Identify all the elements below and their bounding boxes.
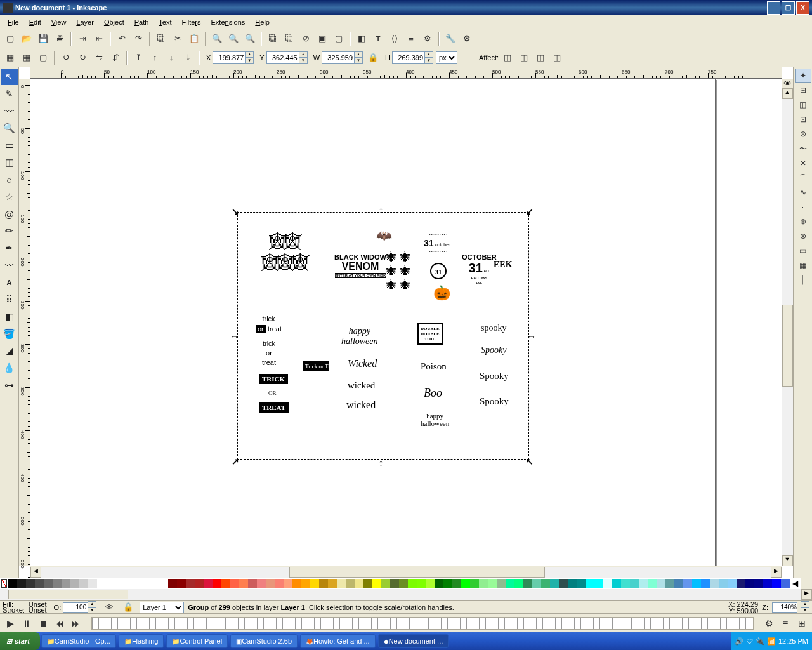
snap-node[interactable]: ✦: [795, 69, 811, 83]
color-swatch[interactable]: [594, 579, 603, 588]
color-swatch[interactable]: [692, 579, 701, 588]
clock[interactable]: 12:25 PM: [778, 637, 808, 645]
opacity-input[interactable]: [63, 602, 88, 613]
task-item[interactable]: 📁 Control Panel: [166, 634, 228, 648]
color-swatch[interactable]: [461, 579, 470, 588]
menu-filters[interactable]: Filters: [177, 17, 206, 27]
color-swatch[interactable]: [479, 579, 488, 588]
color-swatch[interactable]: [168, 579, 177, 588]
node-tool[interactable]: ✎: [1, 86, 18, 102]
cmd-icon[interactable]: ⚙: [761, 616, 776, 631]
lower-icon[interactable]: ↓: [164, 50, 179, 65]
color-swatch[interactable]: [408, 579, 417, 588]
color-swatch[interactable]: [781, 579, 790, 588]
color-swatch[interactable]: [657, 579, 665, 588]
timeline-ruler[interactable]: [91, 617, 754, 630]
color-swatch[interactable]: [204, 579, 213, 588]
bucket-tool[interactable]: 🪣: [1, 326, 18, 342]
color-swatch[interactable]: [17, 579, 26, 588]
snap-smooth[interactable]: ∿: [795, 185, 811, 199]
spray-tool[interactable]: ⠿: [1, 291, 18, 308]
menu-object[interactable]: Object: [99, 17, 129, 27]
color-swatch[interactable]: [710, 579, 719, 588]
close-button[interactable]: X: [796, 1, 809, 15]
raise-icon[interactable]: ↑: [147, 50, 162, 65]
select-layers-icon[interactable]: ▦: [19, 50, 34, 65]
scroll-right-icon[interactable]: ▶: [771, 567, 782, 578]
color-swatch[interactable]: [701, 579, 710, 588]
color-swatch[interactable]: [648, 579, 657, 588]
color-swatch[interactable]: [8, 579, 17, 588]
color-swatch[interactable]: [319, 579, 328, 588]
h-down[interactable]: ▼: [424, 58, 433, 64]
color-swatch[interactable]: [88, 579, 97, 588]
snap-obj-center[interactable]: ⊕: [795, 215, 811, 229]
color-swatch[interactable]: [195, 579, 204, 588]
ellipse-tool[interactable]: ○: [1, 171, 18, 188]
gradient-tool[interactable]: ◢: [1, 343, 18, 359]
cut-icon[interactable]: ✂: [170, 31, 185, 46]
color-swatch[interactable]: [35, 579, 44, 588]
color-swatch[interactable]: [399, 579, 408, 588]
task-item[interactable]: 📁 Flashing: [119, 634, 164, 648]
handle-se[interactable]: ↖: [526, 456, 535, 465]
color-swatch[interactable]: [230, 579, 239, 588]
affect-stroke-icon[interactable]: ◫: [500, 50, 515, 65]
tray-icon[interactable]: 🔊: [735, 637, 743, 646]
color-swatch[interactable]: [124, 579, 133, 588]
color-swatch[interactable]: [586, 579, 594, 588]
task-item[interactable]: ▣ CamStudio 2.6b: [230, 634, 298, 648]
pencil-tool[interactable]: ✏: [1, 223, 18, 239]
palette-scroll[interactable]: ▶: [0, 589, 812, 600]
lock-icon[interactable]: 🔒: [365, 50, 381, 65]
color-swatch[interactable]: [133, 579, 141, 588]
cmd-icon[interactable]: ⏭: [69, 616, 84, 631]
snap-edge-mid[interactable]: ⊡: [795, 112, 811, 126]
color-swatch[interactable]: [559, 579, 568, 588]
layer-lock-icon[interactable]: 🔓: [121, 600, 136, 615]
color-swatch[interactable]: [621, 579, 630, 588]
cmd-icon[interactable]: ⏮: [52, 616, 67, 631]
ungroup-icon[interactable]: ▢: [331, 31, 346, 46]
color-swatch[interactable]: [115, 579, 124, 588]
color-swatch[interactable]: [541, 579, 550, 588]
layer-select[interactable]: Layer 1: [140, 602, 184, 613]
color-swatch[interactable]: [390, 579, 399, 588]
color-swatch[interactable]: [683, 579, 692, 588]
color-swatch[interactable]: [577, 579, 586, 588]
prefs-icon[interactable]: ⚙: [420, 31, 435, 46]
cmd-icon[interactable]: ⊞: [794, 616, 809, 631]
color-swatch[interactable]: [150, 579, 159, 588]
3dbox-tool[interactable]: ◫: [1, 154, 18, 171]
color-swatch[interactable]: [603, 579, 612, 588]
color-swatch[interactable]: [301, 579, 310, 588]
color-swatch[interactable]: [372, 579, 381, 588]
tweak-tool[interactable]: 〰: [1, 103, 18, 119]
color-swatch[interactable]: [665, 579, 674, 588]
color-swatch[interactable]: [435, 579, 443, 588]
snap-cusp[interactable]: ⌒: [795, 171, 811, 185]
save-icon[interactable]: 💾: [36, 31, 51, 46]
redo-icon[interactable]: ↷: [131, 31, 146, 46]
y-input[interactable]: [266, 51, 299, 64]
tray-icon[interactable]: 🛡: [746, 637, 753, 645]
color-swatch[interactable]: [737, 579, 745, 588]
color-swatch[interactable]: [568, 579, 577, 588]
color-swatch[interactable]: [630, 579, 639, 588]
color-swatch[interactable]: [79, 579, 88, 588]
menu-file[interactable]: File: [3, 17, 24, 27]
color-swatch[interactable]: [417, 579, 426, 588]
y-down[interactable]: ▼: [299, 58, 308, 64]
scroll-left-icon[interactable]: ◀: [30, 567, 41, 578]
start-button[interactable]: ⊞start: [0, 632, 40, 650]
color-swatch[interactable]: [62, 579, 70, 588]
color-swatch[interactable]: [44, 579, 53, 588]
scroll-up-icon[interactable]: ▲: [782, 88, 793, 99]
color-swatch[interactable]: [159, 579, 168, 588]
snap-page[interactable]: ▭: [795, 244, 811, 258]
color-palette[interactable]: ◀: [0, 578, 801, 589]
scroll-h-thumb[interactable]: [289, 567, 545, 578]
color-swatch[interactable]: [328, 579, 337, 588]
color-swatch[interactable]: [248, 579, 257, 588]
unit-select[interactable]: px: [436, 51, 457, 64]
